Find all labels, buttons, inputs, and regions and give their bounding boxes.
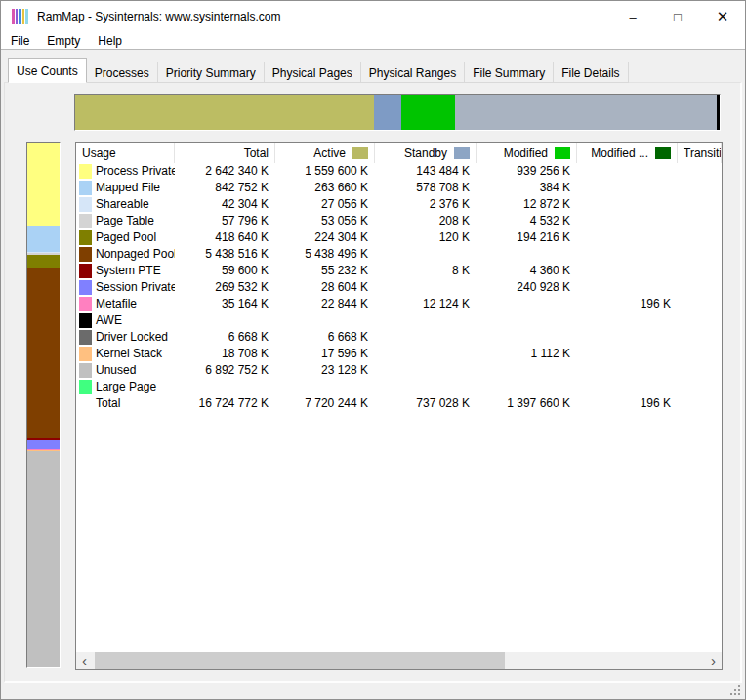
process-private-segment: [27, 143, 60, 226]
value-cell: [678, 246, 722, 263]
value-cell: [477, 379, 577, 395]
table-row-mapped-file[interactable]: Mapped File842 752 K263 660 K578 708 K38…: [76, 180, 722, 196]
table-row-shareable[interactable]: Shareable42 304 K27 056 K2 376 K12 872 K: [76, 196, 722, 213]
rammap-window: RamMap - Sysinternals: www.sysinternals.…: [0, 0, 746, 700]
tab-physical-pages[interactable]: Physical Pages: [265, 62, 361, 83]
tab-processes[interactable]: Processes: [87, 62, 158, 83]
value-cell: [577, 180, 678, 196]
system-pte-color-swatch-icon: [79, 264, 92, 278]
table-row-system-pte[interactable]: System PTE59 600 K55 232 K8 K4 360 K: [76, 263, 722, 279]
menu-item-help[interactable]: Help: [89, 33, 131, 49]
value-cell: [577, 329, 678, 346]
table-row-total[interactable]: Total16 724 772 K7 720 244 K737 028 K1 3…: [76, 395, 722, 412]
scroll-right-arrow-icon[interactable]: ›: [705, 652, 722, 669]
scrollbar-track[interactable]: [93, 652, 705, 669]
usage-label: Metafile: [96, 296, 137, 312]
tab-use-counts[interactable]: Use Counts: [8, 58, 87, 83]
value-cell: 4 532 K: [477, 213, 577, 229]
table-row-driver-locked[interactable]: Driver Locked6 668 K6 668 K: [76, 329, 722, 346]
value-cell: [375, 312, 477, 329]
value-cell: [678, 229, 722, 246]
value-cell: [477, 362, 577, 379]
value-cell: [577, 362, 678, 379]
value-cell: [577, 213, 678, 229]
column-header-label: Usage: [82, 146, 116, 160]
value-cell: 5 438 516 K: [175, 246, 275, 263]
value-cell: 57 796 K: [175, 213, 275, 229]
value-cell: 6 668 K: [175, 329, 275, 346]
value-cell: 28 604 K: [275, 279, 375, 296]
usage-label: AWE: [96, 312, 122, 329]
table-row-awe[interactable]: AWE: [76, 312, 722, 329]
usage-cell: Paged Pool: [76, 229, 175, 246]
modified-color-swatch-icon: [555, 147, 570, 159]
table-row-page-table[interactable]: Page Table57 796 K53 056 K208 K4 532 K: [76, 213, 722, 229]
column-header-standby[interactable]: Standby: [375, 143, 477, 163]
window-title: RamMap - Sysinternals: www.sysinternals.…: [37, 10, 280, 23]
column-header-modified[interactable]: Modified ...: [577, 143, 678, 163]
value-cell: 1 397 660 K: [477, 395, 577, 412]
process-private-color-swatch-icon: [79, 164, 92, 179]
column-header-total[interactable]: Total: [175, 143, 275, 163]
table-row-paged-pool[interactable]: Paged Pool418 640 K224 304 K120 K194 216…: [76, 229, 722, 246]
value-cell: 16 724 772 K: [175, 395, 275, 412]
tab-file-summary[interactable]: File Summary: [465, 62, 554, 83]
table-row-metafile[interactable]: Metafile35 164 K22 844 K12 124 K196 K: [76, 296, 722, 312]
app-icon-stripe: [25, 9, 28, 24]
value-cell: 42 304 K: [175, 196, 275, 213]
scroll-left-arrow-icon[interactable]: ‹: [76, 652, 93, 669]
column-header-usage[interactable]: Usage: [76, 143, 175, 163]
value-cell: [678, 362, 722, 379]
tab-physical-ranges[interactable]: Physical Ranges: [361, 62, 465, 83]
value-cell: [577, 346, 678, 362]
menu-item-empty[interactable]: Empty: [38, 33, 89, 49]
value-cell: 224 304 K: [275, 229, 375, 246]
column-header-label: Total: [244, 146, 269, 160]
column-header-modified[interactable]: Modified: [477, 143, 577, 163]
usage-cell: AWE: [76, 312, 175, 329]
table-row-large-page[interactable]: Large Page: [76, 379, 722, 395]
table-row-kernel-stack[interactable]: Kernel Stack18 708 K17 596 K1 112 K: [76, 346, 722, 362]
value-cell: [275, 312, 375, 329]
usage-cell: System PTE: [76, 263, 175, 279]
scrollbar-thumb[interactable]: [95, 652, 505, 669]
close-button[interactable]: ✕: [700, 1, 745, 32]
value-cell: [577, 163, 678, 180]
driver-locked-color-swatch-icon: [79, 330, 92, 345]
column-header-label: Active: [313, 146, 346, 160]
value-cell: [577, 312, 678, 329]
table-row-nonpaged-pool[interactable]: Nonpaged Pool5 438 516 K5 438 496 K: [76, 246, 722, 263]
value-cell: [375, 246, 477, 263]
menu-item-file[interactable]: File: [2, 33, 38, 49]
value-cell: [275, 379, 375, 395]
column-header-label: Standby: [404, 146, 447, 160]
tab-file-details[interactable]: File Details: [554, 62, 628, 83]
value-cell: 2 376 K: [375, 196, 477, 213]
value-cell: [175, 379, 275, 395]
column-header-active[interactable]: Active: [275, 143, 375, 163]
value-cell: [477, 312, 577, 329]
usage-label: Process Private: [96, 163, 175, 180]
column-header-transition[interactable]: Transition: [678, 143, 722, 163]
usage-cell: Kernel Stack: [76, 346, 175, 362]
value-cell: [577, 229, 678, 246]
table-row-process-private[interactable]: Process Private2 642 340 K1 559 600 K143…: [76, 163, 722, 180]
minimize-button[interactable]: –: [610, 1, 655, 32]
resize-grip-icon[interactable]: [730, 685, 741, 696]
horizontal-scrollbar[interactable]: ‹ ›: [76, 652, 722, 669]
maximize-button[interactable]: □: [655, 1, 700, 32]
value-cell: 269 532 K: [175, 279, 275, 296]
zeroed-free-segment: [455, 95, 717, 130]
value-cell: 1 559 600 K: [275, 163, 375, 180]
nonpaged-pool-color-swatch-icon: [79, 247, 92, 262]
table-row-session-private[interactable]: Session Private269 532 K28 604 K240 928 …: [76, 279, 722, 296]
value-cell: 12 124 K: [375, 296, 477, 312]
metafile-color-swatch-icon: [79, 297, 92, 311]
value-cell: 22 844 K: [275, 296, 375, 312]
value-cell: 6 892 752 K: [175, 362, 275, 379]
usage-cell: Driver Locked: [76, 329, 175, 346]
tab-priority-summary[interactable]: Priority Summary: [158, 62, 265, 83]
table-row-unused[interactable]: Unused6 892 752 K23 128 K: [76, 362, 722, 379]
value-cell: 737 028 K: [375, 395, 477, 412]
menu-bar: FileEmptyHelp: [1, 32, 745, 50]
